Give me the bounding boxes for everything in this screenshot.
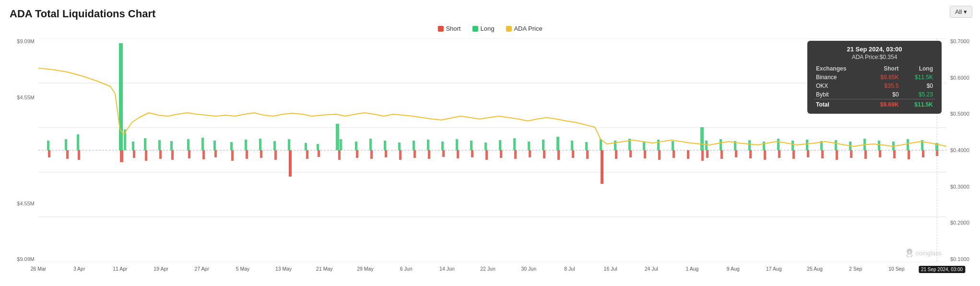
svg-rect-87 [274,150,277,160]
svg-rect-84 [231,150,234,161]
coinglass-text: coinglass [916,250,942,257]
svg-rect-125 [821,150,824,158]
svg-rect-91 [338,150,341,160]
svg-rect-41 [484,143,487,150]
x-label-6jun: 6 Jun [400,266,413,272]
svg-rect-33 [369,139,372,150]
legend-long: Long [472,25,494,32]
y-right-0: $0.7000 [950,38,969,44]
svg-rect-100 [471,150,473,157]
svg-rect-21 [201,138,204,150]
svg-rect-75 [78,150,80,160]
svg-rect-25 [259,139,261,150]
coinglass-watermark: coinglass [906,249,942,257]
svg-rect-31 [340,139,342,150]
svg-rect-109 [601,150,603,184]
tooltip-price-label: ADA Price: [852,54,880,60]
svg-rect-27 [288,139,290,150]
svg-rect-122 [778,150,780,158]
svg-rect-68 [878,141,880,150]
svg-rect-11 [47,141,49,150]
svg-rect-36 [413,141,415,150]
tooltip-table: Exchanges Short Long Binance $9.65K $11.… [814,64,935,109]
svg-rect-24 [245,140,247,150]
x-label-19apr: 19 Apr [153,266,168,272]
svg-rect-54 [672,141,674,150]
svg-rect-12 [65,139,67,150]
y-axis-left: $9.09M $4.55M $4.55M $9.09M [0,38,37,262]
svg-rect-62 [791,141,794,150]
short-dot [437,26,443,32]
all-button[interactable]: All ▾ [950,6,972,18]
svg-rect-81 [188,150,190,158]
x-label-22jun: 22 Jun [480,266,496,272]
svg-rect-102 [500,150,502,158]
svg-rect-17 [144,138,146,150]
svg-rect-132 [922,150,924,157]
svg-rect-20 [187,139,189,150]
table-row: OKX $35.5 $0 [814,82,935,90]
svg-rect-60 [763,142,765,150]
svg-rect-128 [864,150,867,159]
svg-rect-129 [879,150,881,157]
binance-long: $11.5K [901,73,935,82]
svg-rect-22 [213,141,216,150]
svg-rect-29 [317,144,319,150]
y-left-1: $4.55M [17,95,35,100]
tooltip-col-short: Short [866,64,900,73]
short-label: Short [446,25,460,32]
x-label-29may: 29 May [357,266,373,272]
svg-rect-103 [514,150,517,159]
y-right-3: $0.4000 [950,147,969,153]
svg-rect-13 [77,134,79,150]
y-left-4: $9.09M [17,256,35,262]
total-label: Total [814,99,866,109]
x-label-14jun: 14 Jun [439,266,455,272]
svg-rect-34 [384,141,386,150]
svg-rect-126 [836,150,838,160]
chart-title: ADA Total Liquidations Chart [10,8,155,20]
svg-rect-113 [658,150,661,160]
svg-rect-99 [457,150,459,158]
svg-rect-73 [48,150,50,157]
y-right-1: $0.6000 [950,75,969,81]
tooltip-col-long: Long [901,64,935,73]
tooltip-datetime: 21 Sep 2024, 03:00 [814,46,935,53]
svg-rect-70 [907,139,909,150]
svg-rect-118 [720,150,723,159]
x-label-8jul: 8 Jul [564,266,575,272]
svg-rect-107 [572,150,574,158]
svg-rect-117 [706,150,708,158]
svg-rect-112 [644,150,646,158]
y-right-4: $0.3000 [950,184,969,190]
x-label-10sep: 10 Sep [888,266,904,272]
svg-rect-98 [442,150,445,157]
svg-rect-35 [398,143,401,150]
svg-rect-119 [735,150,737,157]
exchange-okx: OKX [814,82,866,90]
svg-rect-110 [615,150,617,159]
x-axis: 26 Mar 3 Apr 11 Apr 19 Apr 27 Apr 5 May … [38,263,946,285]
tooltip: 21 Sep 2024, 03:00 ADA Price:$0.354 Exch… [807,41,942,114]
svg-rect-96 [413,150,416,158]
svg-rect-95 [399,150,401,160]
svg-rect-78 [145,150,147,161]
svg-rect-79 [159,150,162,159]
svg-rect-114 [673,150,675,158]
coinglass-icon [906,249,913,257]
bybit-short: $0 [866,90,900,99]
svg-rect-120 [749,150,752,158]
tooltip-price: ADA Price:$0.354 [814,54,935,60]
svg-rect-23 [230,142,233,150]
svg-rect-46 [556,137,559,150]
svg-rect-59 [748,140,751,150]
svg-rect-92 [356,150,358,158]
svg-rect-65 [835,140,837,150]
x-label-1aug: 1 Aug [686,266,699,272]
svg-rect-111 [629,150,632,157]
svg-rect-14 [119,43,123,150]
svg-rect-26 [273,141,276,150]
x-label-3apr: 3 Apr [73,266,85,272]
svg-rect-55 [700,127,704,150]
y-right-2: $0.5000 [950,111,969,117]
